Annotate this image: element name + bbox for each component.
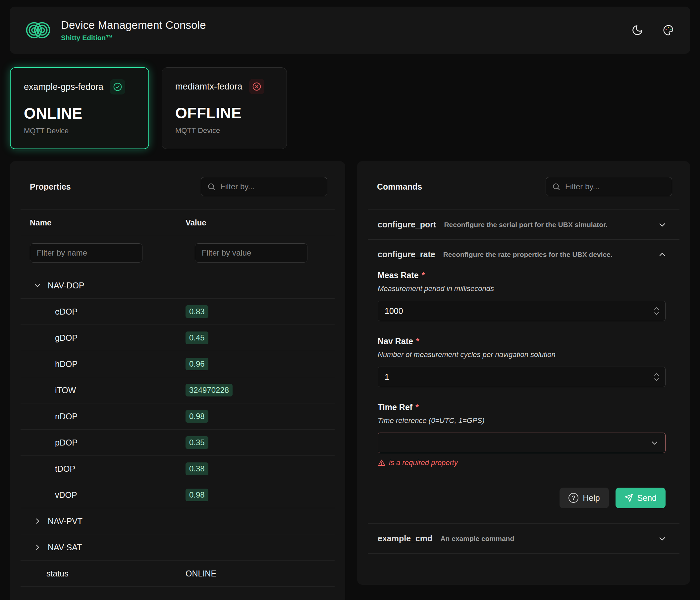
commands-title: Commands — [377, 182, 422, 192]
column-filters — [21, 236, 334, 272]
chevron-down-icon — [650, 438, 659, 448]
number-stepper[interactable] — [653, 372, 660, 382]
field-label: Meas Rate — [378, 270, 419, 280]
question-circle-icon: ? — [569, 493, 578, 503]
page-subtitle: Shitty Edition™ — [61, 34, 206, 42]
command-header-configure-rate[interactable]: configure_rate Reconfigure the rate prop… — [368, 240, 679, 269]
nav-rate-input[interactable] — [384, 372, 653, 382]
configure-rate-form: Meas Rate * Measurement period in millis… — [368, 269, 679, 523]
properties-table: Name Value NAV-DOP eDOP 0.83 — [21, 210, 334, 587]
command-description: Reconfigure the serial port for the UBX … — [444, 221, 607, 229]
commands-filter-input[interactable] — [565, 182, 666, 191]
tree-group-nav-dop[interactable]: NAV-DOP — [21, 272, 334, 299]
device-card-list: example-gps-fedora ONLINE MQTT Device me… — [10, 67, 690, 149]
device-name: mediamtx-fedora — [175, 81, 243, 92]
device-status: OFFLINE — [175, 104, 273, 122]
send-button[interactable]: Send — [616, 488, 666, 508]
title-block: Device Management Console Shitty Edition… — [61, 19, 206, 42]
help-button[interactable]: ? Help — [559, 488, 608, 508]
field-label: Time Ref — [378, 403, 412, 412]
command-header-configure-port[interactable]: configure_port Reconfigure the serial po… — [368, 210, 679, 239]
table-row-status: status ONLINE — [21, 560, 334, 587]
name-column-header: Name — [21, 218, 185, 227]
time-ref-select[interactable] — [378, 433, 666, 453]
property-value-badge: 0.98 — [185, 488, 208, 501]
command-description: Reconfigure the rate properties for the … — [443, 250, 612, 259]
value-column-header: Value — [185, 218, 334, 227]
warning-triangle-icon — [378, 459, 385, 467]
number-stepper[interactable] — [653, 306, 660, 316]
field-label: Nav Rate — [378, 336, 413, 346]
property-name: tDOP — [21, 464, 185, 474]
properties-filter-box — [201, 177, 327, 196]
device-card-mediamtx-fedora[interactable]: mediamtx-fedora OFFLINE MQTT Device — [162, 67, 287, 149]
field-hint: Measurement period in milliseconds — [378, 284, 666, 293]
tree-group-nav-sat[interactable]: NAV-SAT — [21, 534, 334, 560]
theme-picker-button[interactable] — [661, 23, 676, 38]
chevron-down-icon — [33, 281, 42, 290]
x-circle-icon — [252, 81, 262, 92]
table-row: nDOP 0.98 — [21, 403, 334, 430]
properties-filter-input[interactable] — [220, 182, 321, 191]
value-filter-input[interactable] — [195, 243, 307, 263]
command-name: example_cmd — [378, 534, 432, 543]
moon-icon — [631, 24, 643, 36]
help-button-label: Help — [583, 493, 600, 503]
check-circle-icon — [112, 82, 123, 92]
meas-rate-input-wrap — [378, 301, 666, 321]
device-state-badge — [249, 79, 265, 94]
commands-panel: Commands configure_port Reconfigure the … — [357, 161, 690, 585]
properties-table-header: Name Value — [21, 210, 334, 236]
table-row: eDOP 0.83 — [21, 299, 334, 325]
device-card-example-gps-fedora[interactable]: example-gps-fedora ONLINE MQTT Device — [10, 67, 149, 149]
stepper-up-icon[interactable] — [653, 372, 660, 377]
form-actions: ? Help Send — [378, 488, 666, 508]
stepper-down-icon[interactable] — [653, 378, 660, 382]
send-plane-icon — [624, 494, 633, 502]
table-row: pDOP 0.35 — [21, 430, 334, 456]
property-name: eDOP — [21, 307, 185, 317]
main-content: Properties Name Value — [10, 161, 690, 600]
property-value-badge: 0.45 — [185, 332, 208, 344]
command-name: configure_rate — [378, 249, 435, 259]
name-filter-input[interactable] — [30, 243, 143, 263]
command-list: configure_port Reconfigure the serial po… — [368, 210, 679, 554]
property-value-badge: 0.96 — [185, 358, 208, 370]
commands-filter-box — [546, 177, 672, 196]
field-time-ref: Time Ref * Time reference (0=UTC, 1=GPS) — [378, 403, 666, 467]
tree-group-nav-pvt[interactable]: NAV-PVT — [21, 508, 334, 534]
property-name: status — [21, 569, 185, 578]
meas-rate-input[interactable] — [384, 306, 653, 316]
table-row: tDOP 0.38 — [21, 456, 334, 482]
property-value: ONLINE — [185, 569, 216, 578]
palette-icon — [662, 24, 675, 37]
field-meas-rate: Meas Rate * Measurement period in millis… — [378, 270, 666, 321]
group-label: NAV-PVT — [48, 517, 82, 526]
dark-mode-toggle-button[interactable] — [630, 23, 645, 38]
stepper-up-icon[interactable] — [653, 306, 660, 311]
field-hint: Number of measurement cycles per navigat… — [378, 351, 666, 359]
property-name: nDOP — [21, 412, 185, 421]
table-row: vDOP 0.98 — [21, 482, 334, 508]
device-state-badge — [110, 79, 125, 94]
send-button-label: Send — [638, 493, 657, 503]
command-section-configure-port: configure_port Reconfigure the serial po… — [368, 210, 679, 240]
header-actions — [630, 23, 676, 38]
search-icon — [207, 182, 216, 191]
required-marker: * — [422, 270, 425, 280]
field-nav-rate: Nav Rate * Number of measurement cycles … — [378, 336, 666, 387]
app-header: Device Management Console Shitty Edition… — [10, 7, 690, 54]
field-hint: Time reference (0=UTC, 1=GPS) — [378, 416, 666, 425]
command-header-example-cmd[interactable]: example_cmd An example command — [368, 524, 679, 553]
group-label: NAV-SAT — [48, 543, 82, 552]
table-row: hDOP 0.96 — [21, 351, 334, 377]
chevron-down-icon — [657, 534, 667, 543]
property-name: gDOP — [21, 333, 185, 343]
chevron-down-icon — [657, 220, 667, 230]
property-value-badge: 0.35 — [185, 436, 208, 449]
stepper-down-icon[interactable] — [653, 312, 660, 316]
device-type: MQTT Device — [24, 127, 135, 135]
table-row: gDOP 0.45 — [21, 325, 334, 351]
device-name: example-gps-fedora — [24, 82, 103, 92]
app-logo-icon — [24, 16, 52, 44]
